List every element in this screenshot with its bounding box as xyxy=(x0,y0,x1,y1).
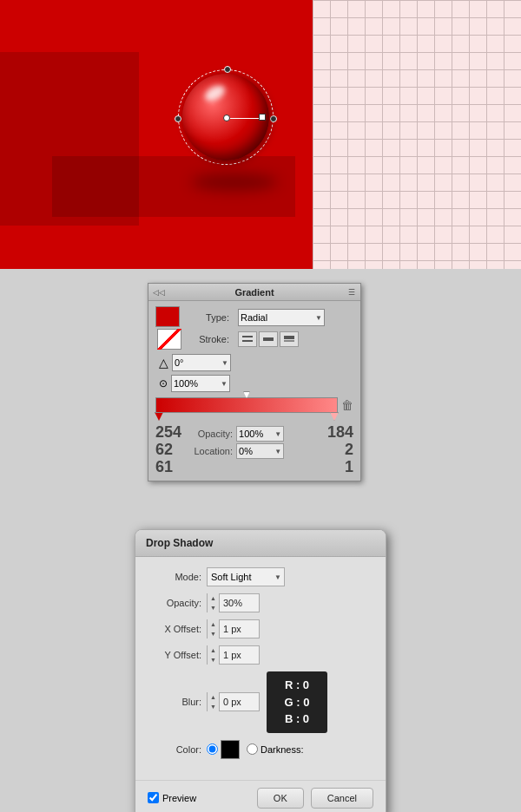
opacity-spinner-buttons[interactable]: ▲ ▼ xyxy=(208,593,220,612)
svg-rect-3 xyxy=(284,336,294,339)
opacity-increment[interactable]: ▲ xyxy=(208,593,219,603)
darkness-label: Darkness: xyxy=(260,744,304,755)
gradient-left-values: 254 62 61 xyxy=(155,424,181,475)
y-offset-value: 1 px xyxy=(220,650,259,660)
x-offset-row: X Offset: ▲ ▼ 1 px xyxy=(148,619,373,638)
svg-rect-4 xyxy=(284,340,294,342)
rgb-b-value: B : 0 xyxy=(275,710,319,728)
blur-decrement[interactable]: ▼ xyxy=(208,702,219,711)
stroke-label: Stroke: xyxy=(187,334,234,344)
blur-label: Blur: xyxy=(148,697,207,707)
opacity-input-row: Opacity: 100% xyxy=(185,426,324,442)
panel-menu-icon[interactable]: ☰ xyxy=(347,288,356,297)
right-val-2: 2 xyxy=(327,442,353,459)
gradient-no-color-swatch[interactable] xyxy=(157,329,181,350)
location-label-gradient: Location: xyxy=(185,446,233,456)
mode-select[interactable]: Normal Multiply Screen Overlay Soft Ligh… xyxy=(207,567,285,586)
location-input-row: Location: 0% xyxy=(185,443,324,459)
opacity-row: Opacity: ▲ ▼ 30% xyxy=(148,593,373,612)
gradient-type-row: Type: None Linear Radial Freeform Stroke… xyxy=(155,306,353,350)
aspect-select[interactable]: 100% 50% 75% 125% xyxy=(171,375,230,392)
blur-row: Blur: ▲ ▼ 0 px R : 0 G : 0 B : 0 xyxy=(148,671,373,733)
opacity-spinner[interactable]: ▲ ▼ 30% xyxy=(207,593,260,612)
dialog-title: Drop Shadow xyxy=(135,530,386,557)
gradient-handle-line xyxy=(230,118,260,119)
gradient-handle-right[interactable] xyxy=(270,115,277,122)
ok-button[interactable]: OK xyxy=(257,788,304,809)
blur-value: 0 px xyxy=(220,697,259,707)
mode-row: Mode: Normal Multiply Screen Overlay Sof… xyxy=(148,567,373,586)
rgb-g-value: G : 0 xyxy=(275,694,319,711)
gradient-end-handle[interactable] xyxy=(259,114,266,121)
mode-label: Mode: xyxy=(148,572,207,582)
y-offset-decrement[interactable]: ▼ xyxy=(208,655,219,665)
gradient-panel-title: Gradient xyxy=(234,287,274,298)
x-offset-label: X Offset: xyxy=(148,624,207,634)
gradient-panel-body: Type: None Linear Radial Freeform Stroke… xyxy=(148,301,360,481)
gradient-handle-top[interactable] xyxy=(224,66,231,73)
color-swatch[interactable] xyxy=(221,740,240,759)
sphere-shadow xyxy=(191,174,278,191)
blur-spinner-buttons[interactable]: ▲ ▼ xyxy=(208,692,220,711)
opacity-select[interactable]: 100% xyxy=(236,426,284,442)
opacity-decrement[interactable]: ▼ xyxy=(208,603,219,612)
x-offset-spinner-buttons[interactable]: ▲ ▼ xyxy=(208,619,220,638)
stroke-icon-3[interactable] xyxy=(280,331,299,347)
gradient-midpoint-handle[interactable] xyxy=(243,391,250,398)
color-radio-label[interactable] xyxy=(207,740,240,759)
x-offset-decrement[interactable]: ▼ xyxy=(208,629,219,638)
dialog-body: Mode: Normal Multiply Screen Overlay Sof… xyxy=(135,557,386,776)
color-row: Color: Darkness: xyxy=(148,740,373,759)
darkness-radio[interactable] xyxy=(247,743,258,755)
x-offset-increment[interactable]: ▲ xyxy=(208,619,219,629)
drop-shadow-dialog: Drop Shadow Mode: Normal Multiply Screen… xyxy=(135,529,386,812)
blur-increment[interactable]: ▲ xyxy=(208,692,219,702)
canvas-area xyxy=(0,0,521,269)
y-offset-spinner-buttons[interactable]: ▲ ▼ xyxy=(208,645,220,665)
canvas-sphere-container[interactable] xyxy=(174,69,295,191)
opacity-label: Opacity: xyxy=(148,598,207,608)
gradient-handle-left[interactable] xyxy=(175,115,181,122)
location-select-wrapper: 0% xyxy=(236,443,284,459)
gradient-center-handle[interactable] xyxy=(223,115,230,121)
blur-spinner[interactable]: ▲ ▼ 0 px xyxy=(207,692,260,711)
rgb-display: R : 0 G : 0 B : 0 xyxy=(267,671,327,733)
gradient-right-values: 184 2 1 xyxy=(327,424,353,475)
right-val-3: 1 xyxy=(327,459,353,476)
preview-checkbox-label[interactable]: Preview xyxy=(148,792,196,803)
location-select[interactable]: 0% xyxy=(236,443,284,459)
angle-select[interactable]: 0° 45° 90° 135° 180° xyxy=(172,354,231,371)
no-color-slash xyxy=(157,329,181,350)
stroke-icon-1[interactable] xyxy=(238,331,257,347)
preview-checkbox[interactable] xyxy=(148,792,159,803)
gradient-color-swatch[interactable] xyxy=(155,306,180,327)
x-offset-spinner[interactable]: ▲ ▼ 1 px xyxy=(207,619,260,638)
type-select[interactable]: None Linear Radial Freeform xyxy=(238,309,325,326)
x-offset-value: 1 px xyxy=(220,624,259,634)
gradient-bar-row: 🗑 xyxy=(155,397,353,413)
panel-scroll-left[interactable]: ◁◁ xyxy=(153,288,162,297)
svg-rect-2 xyxy=(263,337,274,341)
cancel-button[interactable]: Cancel xyxy=(311,788,373,809)
gradient-panel-titlebar: ◁◁ Gradient ☰ xyxy=(148,284,360,301)
stroke-icon-2[interactable] xyxy=(259,331,278,347)
gradient-bar[interactable] xyxy=(155,397,338,413)
y-offset-spinner[interactable]: ▲ ▼ 1 px xyxy=(207,645,260,665)
color-radio[interactable] xyxy=(207,743,218,755)
color-label: Color: xyxy=(148,744,207,755)
y-offset-label: Y Offset: xyxy=(148,650,207,660)
delete-stop-button[interactable]: 🗑 xyxy=(341,398,353,412)
angle-icon: △ xyxy=(159,356,168,370)
darkness-radio-label[interactable]: Darkness: xyxy=(247,743,304,755)
opacity-label-gradient: Opacity: xyxy=(185,429,233,439)
left-val-3: 61 xyxy=(155,459,181,476)
angle-select-wrapper: 0° 45° 90° 135° 180° xyxy=(172,354,231,371)
color-radio-group: Darkness: xyxy=(207,740,304,759)
preview-label: Preview xyxy=(162,793,196,803)
stroke-icons-group xyxy=(238,331,299,347)
y-offset-increment[interactable]: ▲ xyxy=(208,645,219,655)
aspect-select-wrapper: 100% 50% 75% 125% xyxy=(171,375,230,392)
right-val-1: 184 xyxy=(327,424,353,442)
type-select-wrapper: None Linear Radial Freeform xyxy=(238,309,325,326)
sphere-highlight xyxy=(202,82,228,104)
